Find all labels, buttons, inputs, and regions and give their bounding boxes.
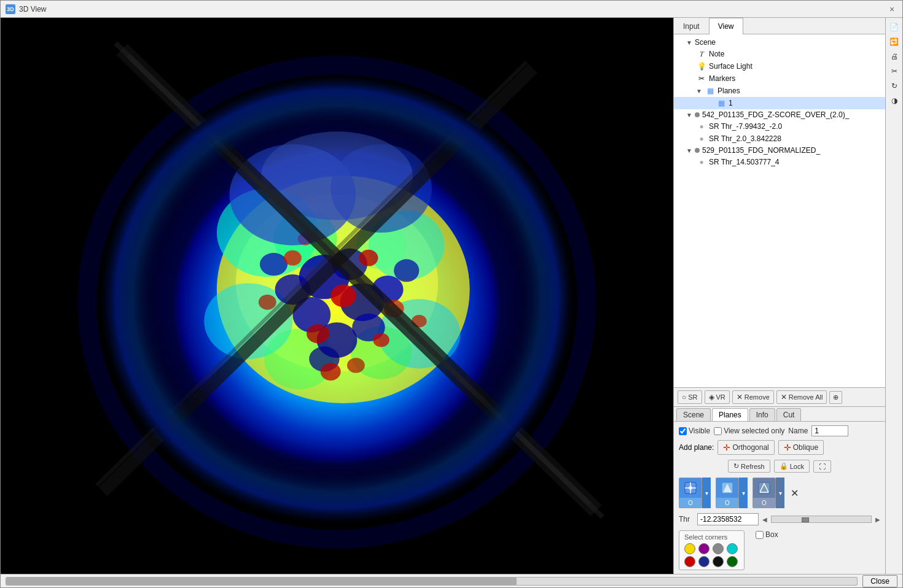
- svg-point-49: [689, 486, 692, 490]
- main-window: 3D 3D View ×: [0, 0, 903, 588]
- thr-right-arrow[interactable]: ▶: [875, 516, 880, 523]
- color-grid: [684, 543, 739, 567]
- far-btn-1[interactable]: 📄: [888, 20, 901, 34]
- ctrl-main-2[interactable]: [716, 478, 738, 498]
- color-cyan[interactable]: [727, 543, 738, 554]
- tree-item-surface-light[interactable]: 💡 Surface Light: [674, 60, 885, 72]
- scrollbar[interactable]: [6, 577, 858, 586]
- lock-button[interactable]: 🔒 Lock: [774, 460, 810, 473]
- brain-visualization: [1, 18, 673, 574]
- sub-tab-info[interactable]: Info: [749, 408, 775, 421]
- close-button[interactable]: Close: [862, 575, 897, 587]
- expand-button[interactable]: ⛶: [813, 460, 831, 473]
- sub-tabs: Scene Planes Info Cut: [674, 407, 885, 422]
- far-btn-6[interactable]: ◑: [888, 94, 901, 107]
- planes-panel-content: Visible View selected only Name Add plan…: [674, 422, 885, 574]
- plane-close-button[interactable]: ✕: [787, 485, 802, 500]
- tree-item-note[interactable]: 𝑇 Note: [674, 48, 885, 60]
- ctrl-btn-1[interactable]: O: [679, 478, 702, 508]
- oblique-button[interactable]: ✛ Oblique: [778, 440, 824, 455]
- tab-input[interactable]: Input: [674, 18, 709, 34]
- add-plane-label: Add plane:: [679, 443, 714, 452]
- color-purple[interactable]: [698, 543, 710, 554]
- color-dark-blue[interactable]: [698, 556, 710, 567]
- sub-tab-planes[interactable]: Planes: [712, 408, 748, 421]
- sr-button[interactable]: ○ SR: [678, 390, 702, 404]
- color-red[interactable]: [684, 556, 695, 567]
- remove-button[interactable]: ✕ Remove: [732, 390, 774, 404]
- tree-item-scene[interactable]: ▼ Scene: [674, 37, 885, 48]
- tree-item-sr2[interactable]: ● SR Thr_2.0_3.842228: [674, 133, 885, 145]
- planes-visible-row: Visible View selected only Name: [679, 425, 880, 436]
- tree-item-sr1[interactable]: ● SR Thr_-7.99432_-2.0: [674, 120, 885, 133]
- ctrl-main-1[interactable]: [679, 478, 702, 498]
- name-input[interactable]: [811, 425, 848, 436]
- ctrl-main-3[interactable]: [753, 478, 775, 498]
- ctrl-sub-1[interactable]: O: [679, 498, 702, 508]
- visible-checkbox-label[interactable]: Visible: [679, 427, 710, 435]
- vr-button[interactable]: ◈ VR: [705, 390, 730, 404]
- ctrl-group-3: O ▾: [752, 478, 784, 508]
- thr-slider-thumb: [802, 517, 809, 522]
- thr-label: Thr: [679, 515, 694, 524]
- view-selected-only-checkbox[interactable]: [714, 427, 722, 435]
- box-checkbox-label[interactable]: Box: [756, 530, 778, 539]
- scene-tree[interactable]: ▼ Scene 𝑇 Note 💡 Surface Light: [674, 34, 885, 388]
- tree-item-planes[interactable]: ▼ ▦ Planes: [674, 85, 885, 97]
- ctrl-drop-1[interactable]: ▾: [702, 478, 711, 508]
- sr2-label: SR Thr_2.0_3.842228: [709, 134, 781, 143]
- sr-icon: ○: [682, 393, 686, 401]
- far-btn-4[interactable]: ✂: [888, 64, 901, 78]
- tree-item-group2[interactable]: ▼ 529_P01135_FDG_NORMALIZED_: [674, 145, 885, 156]
- thr-left-arrow[interactable]: ◀: [762, 516, 767, 523]
- ctrl-drop-2[interactable]: ▾: [739, 478, 748, 508]
- more-button[interactable]: ⊕: [829, 391, 842, 404]
- tree-item-group1[interactable]: ▼ 542_P01135_FDG_Z-SCORE_OVER_(2.0)_: [674, 109, 885, 120]
- far-btn-2[interactable]: 🔁: [888, 35, 901, 48]
- tree-arrow-scene: ▼: [686, 39, 695, 46]
- orthogonal-button[interactable]: ✛ Orthogonal: [717, 440, 774, 455]
- window-title: 3D View: [19, 5, 46, 14]
- close-window-button[interactable]: ×: [886, 4, 897, 15]
- tree-item-plane1[interactable]: ▦ 1: [674, 97, 885, 109]
- ctrl-group-2: O ▾: [716, 478, 748, 508]
- far-btn-5[interactable]: ↻: [888, 79, 901, 93]
- refresh-icon: ↻: [733, 462, 739, 470]
- ctrl-group-1: O ▾: [679, 478, 711, 508]
- remove-all-button[interactable]: ✕ Remove All: [776, 390, 827, 404]
- tab-view[interactable]: View: [709, 18, 743, 34]
- surface-light-label: Surface Light: [709, 62, 752, 71]
- sub-tab-cut[interactable]: Cut: [776, 408, 802, 421]
- statusbar: Close: [1, 574, 902, 587]
- sub-tab-scene[interactable]: Scene: [676, 408, 711, 421]
- right-panel: Input View ▼ Scene 𝑇 Note: [673, 18, 885, 574]
- refresh-button[interactable]: ↻ Refresh: [728, 460, 770, 473]
- tree-item-markers[interactable]: ✂ Markers: [674, 72, 885, 85]
- visible-checkbox[interactable]: [679, 427, 687, 435]
- top-tabs: Input View: [674, 18, 885, 34]
- thr-input[interactable]: [697, 513, 759, 525]
- planes-action-row: ↻ Refresh 🔒 Lock ⛶: [679, 460, 880, 473]
- ctrl-sub-2[interactable]: O: [716, 498, 738, 508]
- tree-item-sr3[interactable]: ● SR Thr_14.503777_4: [674, 156, 885, 168]
- oblique-icon: ✛: [784, 443, 791, 452]
- plane1-label: 1: [729, 99, 733, 107]
- color-yellow[interactable]: [684, 543, 695, 554]
- ctrl-drop-3[interactable]: ▾: [776, 478, 784, 508]
- sr1-icon: ●: [696, 122, 707, 131]
- far-btn-3[interactable]: 🖨: [888, 50, 901, 63]
- ctrl-btn-2[interactable]: O: [716, 478, 739, 508]
- far-right-toolbar: 📄 🔁 🖨 ✂ ↻ ◑: [885, 18, 902, 574]
- box-checkbox[interactable]: [756, 531, 764, 539]
- svg-point-45: [96, 72, 577, 527]
- ctrl-btn-3[interactable]: O: [752, 478, 776, 508]
- view-selected-only-label[interactable]: View selected only: [714, 427, 784, 435]
- color-gray[interactable]: [713, 543, 724, 554]
- ctrl-sub-3[interactable]: O: [753, 498, 775, 508]
- 3d-viewport[interactable]: [1, 18, 673, 574]
- add-plane-row: Add plane: ✛ Orthogonal ✛ Oblique: [679, 440, 880, 455]
- color-black[interactable]: [713, 556, 724, 567]
- app-icon: 3D: [6, 4, 15, 14]
- expand-icon: ⛶: [819, 463, 826, 470]
- color-green[interactable]: [727, 556, 738, 567]
